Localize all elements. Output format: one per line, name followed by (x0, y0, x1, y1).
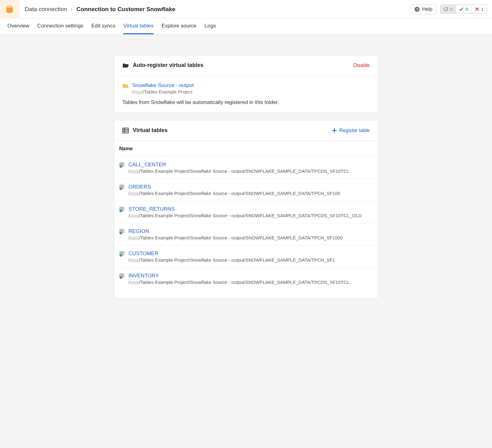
table-icon (119, 185, 125, 191)
status-pills: 0 9 1 (440, 5, 487, 14)
auto-register-description: Tables from Snowflake will be automatica… (122, 99, 370, 106)
content: Auto-register virtual tables Disable Sno… (0, 35, 492, 311)
tab-overview[interactable]: Overview (7, 19, 29, 34)
output-folder: Snowflake Source - output //Tables Examp… (122, 82, 370, 94)
table-name[interactable]: REGION (129, 228, 343, 234)
check-icon (459, 7, 464, 11)
virtual-tables-header: Virtual tables Register table (114, 120, 378, 141)
redacted-text (130, 170, 139, 173)
table-row[interactable]: REGION//Tables Example Project/Snowflake… (114, 223, 378, 246)
redacted-text (130, 237, 139, 240)
page-header: Data connection › Connection to Customer… (0, 0, 492, 19)
table-path: //Tables Example Project/Snowflake Sourc… (129, 168, 349, 174)
help-icon (414, 6, 420, 12)
register-table-button[interactable]: Register table (332, 128, 370, 133)
virtual-tables-title: Virtual tables (133, 127, 168, 134)
tab-explore-source[interactable]: Explore source (162, 19, 196, 34)
tab-logs[interactable]: Logs (205, 19, 216, 34)
table-row-cutoff: … (114, 290, 378, 298)
column-header-name: Name (114, 141, 378, 157)
status-sync-count: 0 (450, 6, 453, 12)
auto-register-card: Auto-register virtual tables Disable Sno… (114, 55, 378, 113)
folder-icon (122, 83, 129, 89)
output-folder-link[interactable]: Snowflake Source - output (132, 82, 194, 89)
x-icon (475, 7, 479, 11)
tab-edit-syncs[interactable]: Edit syncs (91, 19, 115, 34)
redacted-text (134, 91, 143, 94)
content-stack: Auto-register virtual tables Disable Sno… (114, 55, 378, 299)
status-sync[interactable]: 0 (440, 5, 456, 13)
table-icon (119, 273, 125, 280)
virtual-tables-card: Virtual tables Register table Name CALL_… (114, 120, 378, 299)
table-row[interactable]: STORE_RETURNS//Tables Example Project/Sn… (114, 201, 378, 223)
status-ok-count: 9 (465, 6, 468, 12)
grid-icon (122, 127, 129, 134)
table-icon (119, 207, 125, 213)
table-icon (119, 229, 125, 235)
help-button[interactable]: Help (410, 4, 436, 14)
redacted-text (130, 214, 139, 218)
table-row[interactable]: ORDERS//Tables Example Project/Snowflake… (114, 179, 378, 201)
table-name[interactable]: CUSTOMER (129, 251, 335, 257)
breadcrumb-root[interactable]: Data connection (25, 6, 67, 13)
database-icon (0, 0, 19, 19)
output-folder-path: //Tables Example Project (132, 89, 194, 94)
plus-icon (332, 128, 337, 133)
breadcrumb: Data connection › Connection to Customer… (25, 6, 410, 13)
table-icon (119, 251, 125, 258)
table-path: //Tables Example Project/Snowflake Sourc… (129, 280, 349, 285)
register-table-label: Register table (339, 128, 370, 133)
table-path: //Tables Example Project/Snowflake Sourc… (129, 257, 335, 263)
table-path: //Tables Example Project/Snowflake Sourc… (129, 235, 343, 240)
tabs: OverviewConnection settingsEdit syncsVir… (0, 19, 492, 35)
table-row[interactable]: CALL_CENTER//Tables Example Project/Snow… (114, 157, 378, 179)
help-label: Help (422, 6, 432, 12)
header-actions: Help 0 9 1 (410, 4, 487, 14)
disable-button[interactable]: Disable (353, 63, 370, 68)
table-list: CALL_CENTER//Tables Example Project/Snow… (114, 157, 378, 290)
status-error-count: 1 (481, 6, 484, 12)
redacted-text (130, 259, 139, 262)
page-title: Connection to Customer Snowflake (76, 6, 176, 13)
auto-register-title: Auto-register virtual tables (133, 62, 204, 68)
table-name[interactable]: STORE_RETURNS (129, 206, 362, 212)
table-path: //Tables Example Project/Snowflake Sourc… (129, 191, 340, 196)
redacted-text (130, 281, 139, 284)
table-path: //Tables Example Project/Snowflake Sourc… (129, 213, 362, 218)
auto-register-header: Auto-register virtual tables Disable (114, 55, 378, 76)
redacted-text (130, 192, 139, 196)
table-row[interactable]: CUSTOMER//Tables Example Project/Snowfla… (114, 246, 378, 268)
auto-register-body: Snowflake Source - output //Tables Examp… (114, 76, 378, 112)
table-row[interactable]: INVENTORY//Tables Example Project/Snowfl… (114, 268, 378, 290)
refresh-icon (444, 7, 448, 11)
table-name[interactable]: CALL_CENTER (129, 162, 349, 168)
table-name[interactable]: ORDERS (129, 184, 340, 190)
status-ok[interactable]: 9 (456, 5, 471, 13)
status-error[interactable]: 1 (471, 5, 487, 13)
folder-open-icon (122, 62, 129, 68)
chevron-right-icon: › (71, 6, 72, 13)
table-name-cutoff: … (123, 295, 127, 298)
table-icon (119, 162, 125, 169)
table-name[interactable]: INVENTORY (129, 273, 349, 279)
tab-virtual-tables[interactable]: Virtual tables (123, 19, 154, 34)
tab-connection-settings[interactable]: Connection settings (37, 19, 83, 34)
